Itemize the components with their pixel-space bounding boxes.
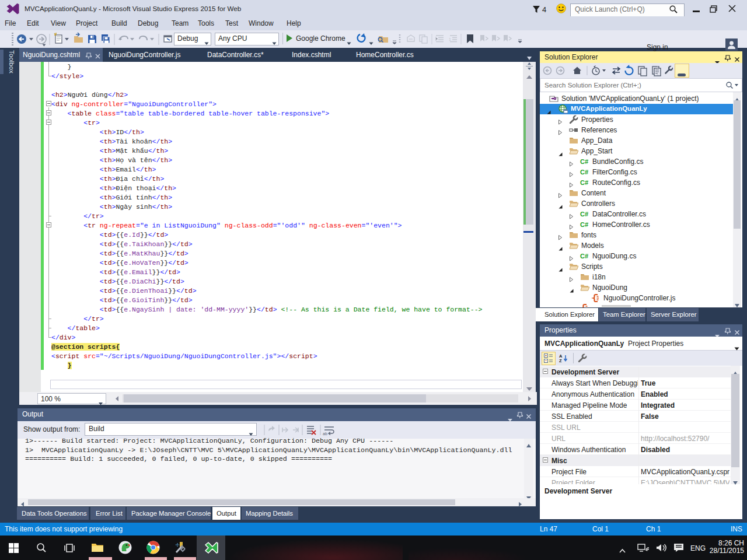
svg-text:C#: C# (580, 179, 588, 186)
svg-text:Z: Z (559, 358, 562, 363)
svg-text:ab: ab (323, 432, 327, 436)
svg-text:C#: C# (580, 221, 588, 228)
svg-text:1: 1 (449, 37, 451, 41)
svg-text:C#: C# (580, 169, 588, 176)
svg-text:C#: C# (580, 211, 588, 218)
svg-text:4: 4 (542, 5, 546, 14)
svg-text:C#: C# (580, 253, 588, 260)
svg-text:C#: C# (580, 158, 588, 165)
